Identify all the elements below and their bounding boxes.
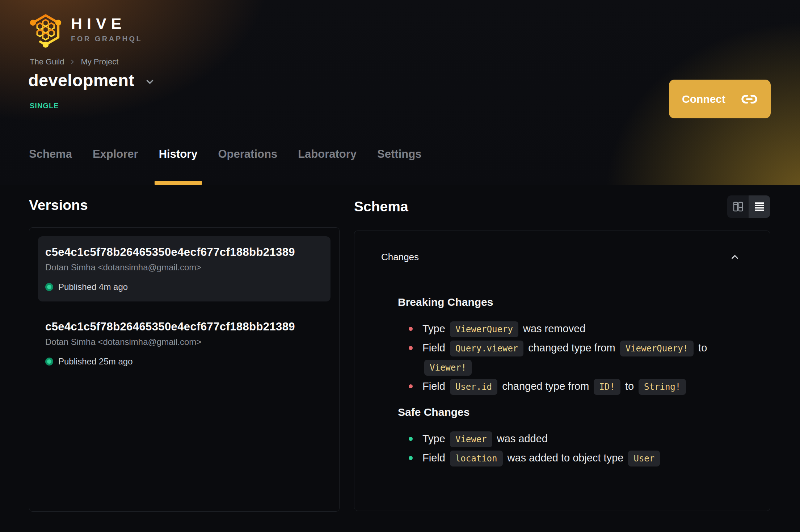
code-chip: ViewerQuery! — [620, 341, 694, 356]
tab-explorer[interactable]: Explorer — [93, 148, 138, 185]
version-status: Published 4m ago — [45, 282, 323, 292]
columns-view-button[interactable] — [727, 195, 749, 218]
brand-name: HIVE — [71, 16, 142, 31]
chevron-right-icon — [69, 58, 76, 66]
header: HIVE FOR GRAPHQL The Guild My Project de… — [0, 0, 800, 185]
code-chip: Viewer! — [424, 360, 472, 376]
brand-tagline: FOR GRAPHQL — [71, 35, 142, 43]
chevron-down-icon — [144, 76, 155, 87]
schema-panel: Changes Breaking ChangesType ViewerQuery… — [354, 231, 770, 511]
change-item: Field location was added to object type … — [408, 448, 727, 468]
tab-laboratory[interactable]: Laboratory — [298, 148, 357, 185]
version-author: Dotan Simha <dotansimha@gmail.com> — [45, 337, 323, 347]
code-chip: location — [450, 451, 503, 466]
columns-icon — [732, 200, 744, 213]
hive-logo[interactable]: HIVE FOR GRAPHQL — [29, 12, 142, 48]
main-content: Versions Schema c5e4c1c5f78b26465350e4ec… — [0, 186, 800, 532]
published-dot-icon — [45, 283, 53, 291]
version-hash: c5e4c1c5f78b26465350e4ecf677cf188bb21389 — [45, 246, 323, 259]
breadcrumb: The Guild My Project — [30, 57, 118, 67]
safe-changes-title: Safe Changes — [398, 405, 745, 420]
change-item: Field Query.viewer changed type from Vie… — [408, 338, 727, 377]
published-dot-icon — [45, 358, 53, 366]
changes-collapsible-header[interactable]: Changes — [354, 231, 770, 263]
change-item: Type ViewerQuery was removed — [408, 319, 727, 338]
version-card[interactable]: c5e4c1c5f78b26465350e4ecf677cf188bb21389… — [38, 311, 330, 376]
code-chip: User — [628, 451, 660, 466]
breadcrumb-project[interactable]: My Project — [81, 57, 118, 67]
version-hash: c5e4c1c5f78b26465350e4ecf677cf188bb21389 — [45, 320, 323, 333]
changes-label: Changes — [381, 250, 419, 263]
code-chip: Viewer — [450, 431, 492, 447]
code-chip: String! — [639, 379, 686, 395]
tab-settings[interactable]: Settings — [377, 148, 421, 185]
code-chip: ID! — [594, 379, 620, 395]
code-chip: User.id — [450, 379, 497, 395]
safe-changes-group: Safe ChangesType Viewer was added Field … — [398, 405, 745, 468]
link-icon — [741, 91, 758, 107]
published-text: Published 25m ago — [58, 356, 132, 367]
version-author: Dotan Simha <dotansimha@gmail.com> — [45, 262, 323, 273]
breaking-changes-title: Breaking Changes — [398, 295, 745, 310]
target-mode-badge: SINGLE — [30, 102, 59, 110]
published-text: Published 4m ago — [58, 282, 128, 292]
schema-view-toggle — [727, 195, 770, 218]
chevron-up-icon[interactable] — [729, 252, 740, 262]
change-item: Type Viewer was added — [408, 429, 727, 448]
version-card[interactable]: c5e4c1c5f78b26465350e4ecf677cf188bb21389… — [38, 236, 330, 301]
list-view-button[interactable] — [749, 195, 770, 218]
connect-label: Connect — [682, 93, 725, 105]
page-title: development — [28, 70, 134, 90]
change-item: Field User.id changed type from ID! to S… — [408, 377, 727, 396]
version-status: Published 25m ago — [45, 356, 323, 367]
tab-history[interactable]: History — [159, 148, 198, 185]
target-selector[interactable]: development — [28, 70, 155, 90]
tab-operations[interactable]: Operations — [218, 148, 278, 185]
versions-panel: c5e4c1c5f78b26465350e4ecf677cf188bb21389… — [29, 227, 340, 512]
breaking-changes-group: Breaking ChangesType ViewerQuery was rem… — [398, 295, 745, 396]
changes-body: Breaking ChangesType ViewerQuery was rem… — [354, 295, 770, 468]
tabs: SchemaExplorerHistoryOperationsLaborator… — [29, 148, 421, 185]
code-chip: Query.viewer — [450, 341, 523, 356]
connect-button[interactable]: Connect — [669, 80, 771, 118]
versions-list: c5e4c1c5f78b26465350e4ecf677cf188bb21389… — [38, 236, 330, 376]
change-list: Type Viewer was added Field location was… — [408, 429, 727, 468]
code-chip: ViewerQuery — [450, 321, 518, 337]
schema-title: Schema — [354, 199, 408, 215]
list-icon — [753, 200, 766, 213]
change-list: Type ViewerQuery was removed Field Query… — [408, 319, 727, 396]
tab-schema[interactable]: Schema — [29, 148, 72, 185]
breadcrumb-org[interactable]: The Guild — [30, 57, 64, 67]
versions-title: Versions — [29, 197, 88, 213]
hive-logo-icon — [29, 12, 62, 48]
